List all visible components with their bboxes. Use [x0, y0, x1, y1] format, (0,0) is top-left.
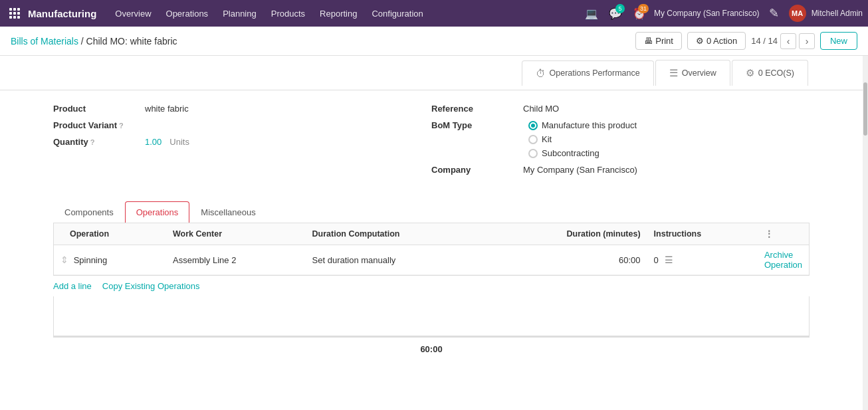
svg-rect-3 — [9, 12, 12, 15]
col-operation: Operation — [54, 223, 166, 245]
quantity-help-icon: ? — [90, 138, 95, 146]
radio-manufacture[interactable]: Manufacture this product — [528, 120, 637, 130]
gear-icon: ⚙ — [696, 36, 704, 46]
svg-rect-8 — [17, 16, 20, 19]
table-footer-links: Add a line Copy Existing Operations — [0, 276, 863, 296]
drag-handle-icon[interactable]: ⇕ — [60, 255, 68, 265]
breadcrumb-current: Child MO: white fabric — [86, 36, 177, 47]
tab-operations-performance[interactable]: ⏱ Operations Performance — [522, 60, 654, 86]
nav-operations[interactable]: Operations — [160, 5, 215, 23]
breadcrumb-parent[interactable]: Bills of Materials — [11, 36, 78, 47]
overview-icon: ☰ — [669, 67, 678, 79]
quantity-field: Quantity ? 1.00 Units — [53, 137, 431, 147]
print-button[interactable]: 🖶 Print — [635, 32, 682, 50]
quantity-label: Quantity ? — [53, 137, 140, 147]
support-icon[interactable]: 💻 — [582, 4, 601, 23]
total-row: 60:00 — [53, 336, 810, 361]
settings-icon[interactable]: ✎ — [765, 4, 784, 23]
clock-icon: ⏱ — [536, 68, 546, 79]
svg-rect-5 — [17, 12, 20, 15]
col-instructions: Instructions — [647, 223, 758, 245]
variant-help-icon: ? — [119, 122, 124, 130]
scrollbar-thumb[interactable] — [863, 82, 867, 136]
bom-type-label: BoM Type — [431, 120, 518, 130]
breadcrumb: Bills of Materials / Child MO: white fab… — [11, 36, 177, 47]
instructions-list-icon[interactable]: ☰ — [665, 255, 673, 265]
reference-label: Reference — [431, 104, 518, 114]
nav-configuration[interactable]: Configuration — [365, 5, 429, 23]
action-button[interactable]: ⚙ 0 Action — [687, 32, 746, 50]
col-actions: ⋮ — [758, 223, 809, 245]
total-label-spacer — [60, 344, 358, 354]
operations-table: Operation Work Center Duration Computati… — [54, 223, 809, 275]
bom-type-options: Manufacture this product Kit Subcontract… — [528, 120, 637, 158]
bom-type-field: BoM Type Manufacture this product Kit — [431, 120, 810, 158]
tab-operations[interactable]: Operations — [125, 201, 190, 223]
svg-rect-4 — [13, 12, 16, 15]
total-value: 60:00 — [358, 344, 504, 354]
add-line-link[interactable]: Add a line — [53, 281, 92, 291]
breadcrumb-separator: / — [81, 36, 86, 47]
activity-badge: 31 — [638, 4, 649, 13]
reference-field: Reference Child MO — [431, 104, 810, 114]
avatar[interactable]: MA — [789, 5, 806, 22]
product-field: Product white fabric — [53, 104, 431, 114]
tab-eco[interactable]: ⚙ 0 ECO(S) — [732, 60, 808, 86]
row-instructions: 0 ☰ — [647, 245, 758, 275]
content-area: ⏱ Operations Performance ☰ Overview ⚙ 0 … — [0, 56, 863, 410]
print-icon: 🖶 — [644, 36, 653, 46]
pager: 14 / 14 ‹ › — [751, 33, 815, 49]
filter-icon[interactable]: ⋮ — [764, 229, 774, 239]
row-operation: ⇕ Spinning — [54, 245, 166, 275]
app-name: Manufacturing — [28, 8, 96, 19]
user-name: Mitchell Admin — [812, 9, 863, 18]
tab-components[interactable]: Components — [53, 201, 125, 223]
svg-rect-7 — [13, 16, 16, 19]
product-variant-label: Product Variant ? — [53, 120, 140, 130]
radio-kit-indicator — [528, 135, 538, 144]
product-variant-field: Product Variant ? — [53, 120, 431, 130]
pager-next[interactable]: › — [799, 33, 815, 49]
product-label: Product — [53, 104, 140, 114]
row-duration: 60:00 — [488, 245, 647, 275]
col-work-center: Work Center — [166, 223, 306, 245]
row-duration-computation: Set duration manually — [306, 245, 489, 275]
breadcrumb-bar: Bills of Materials / Child MO: white fab… — [0, 27, 868, 56]
nav-reporting[interactable]: Reporting — [313, 5, 364, 23]
record-tabs: Components Operations Miscellaneous — [53, 201, 810, 223]
table-row: ⇕ Spinning Assembly Line 2 Set duration … — [54, 245, 809, 275]
copy-existing-operations-link[interactable]: Copy Existing Operations — [102, 281, 200, 291]
nav-planning[interactable]: Planning — [216, 5, 263, 23]
company-value: My Company (San Francisco) — [523, 165, 637, 175]
operations-table-container: Operation Work Center Duration Computati… — [53, 223, 810, 276]
top-navigation: Manufacturing Overview Operations Planni… — [0, 0, 868, 27]
svg-rect-0 — [9, 8, 12, 11]
col-duration-minutes: Duration (minutes) — [488, 223, 647, 245]
svg-rect-6 — [9, 16, 12, 19]
row-work-center: Assembly Line 2 — [166, 245, 306, 275]
total-right-spacer — [504, 344, 803, 354]
svg-rect-2 — [17, 8, 20, 11]
quantity-unit: Units — [169, 137, 189, 147]
apps-icon[interactable] — [5, 4, 24, 23]
top-tabs-bar: ⏱ Operations Performance ☰ Overview ⚙ 0 … — [0, 56, 863, 90]
radio-manufacture-indicator — [528, 121, 538, 130]
nav-products[interactable]: Products — [265, 5, 312, 23]
product-value: white fabric — [145, 104, 189, 114]
chat-icon[interactable]: 💬 5 — [606, 4, 625, 23]
company-label: Company — [431, 165, 518, 175]
pager-prev[interactable]: ‹ — [780, 33, 796, 49]
activity-icon[interactable]: ⏰ 31 — [630, 4, 649, 23]
scrollbar[interactable] — [863, 56, 868, 410]
tab-overview[interactable]: ☰ Overview — [655, 60, 730, 86]
table-header-row: Operation Work Center Duration Computati… — [54, 223, 809, 245]
tab-miscellaneous[interactable]: Miscellaneous — [189, 201, 267, 223]
nav-overview[interactable]: Overview — [108, 5, 158, 23]
reference-value: Child MO — [523, 104, 559, 114]
archive-operation-link[interactable]: Archive Operation — [764, 250, 802, 270]
radio-kit[interactable]: Kit — [528, 134, 637, 144]
form-area: Product white fabric Product Variant ? Q… — [0, 90, 863, 196]
radio-subcontracting[interactable]: Subcontracting — [528, 148, 637, 158]
new-button[interactable]: New — [820, 32, 857, 50]
quantity-value[interactable]: 1.00 — [145, 137, 162, 147]
